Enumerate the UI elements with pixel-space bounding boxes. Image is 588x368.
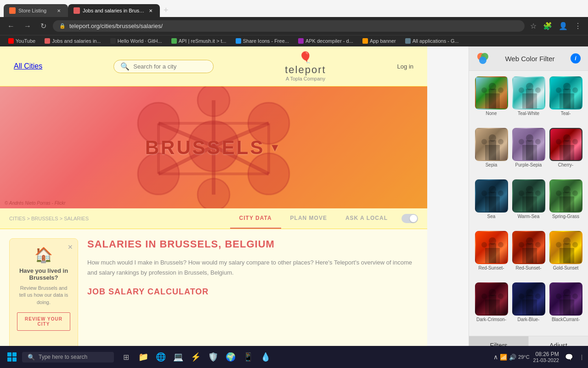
filter-item-red-sunset1[interactable]: Red-Sunset- (475, 231, 508, 279)
bookmark-appbanner[interactable]: App banner (359, 37, 400, 45)
filter-label-spring-grass: Spring-Grass (552, 214, 579, 219)
filter-item-warm-sea[interactable]: Warm-Sea (512, 179, 545, 227)
svg-point-68 (481, 242, 487, 247)
toggle-thumb (410, 215, 417, 222)
filter-item-purple-sepia[interactable]: Purple-Sepia (512, 128, 545, 176)
app-paint[interactable]: 💧 (257, 349, 274, 365)
app-whatsapp[interactable]: 📱 (240, 349, 256, 365)
bookmark-api[interactable]: API | reSmush.it > t... (168, 37, 230, 45)
back-button[interactable]: ← (5, 20, 17, 32)
volume-icon[interactable]: 🔊 (509, 354, 516, 361)
filter-item-spring-grass[interactable]: Spring-Grass (549, 179, 582, 227)
bookmark-github-label: Hello World · GitH... (118, 38, 162, 44)
tab-bar: Store Listing ✕ Jobs and salaries in Bru… (0, 0, 588, 17)
tab-jobs[interactable]: Jobs and salaries in Brussels, Bel... ✕ (68, 4, 160, 17)
svg-point-34 (572, 87, 578, 93)
menu-button[interactable]: ⋮ (572, 20, 583, 32)
svg-point-42 (526, 134, 533, 142)
svg-point-52 (489, 186, 496, 193)
profile-button[interactable]: 👤 (557, 20, 570, 32)
start-button[interactable] (4, 349, 20, 365)
filter-item-blackcurrant[interactable]: BlackCurrant- (549, 282, 582, 330)
svg-rect-56 (526, 192, 533, 213)
tab-store-close[interactable]: ✕ (55, 7, 62, 14)
svg-rect-91 (563, 295, 571, 316)
date-display: 21-03-2022 (533, 357, 559, 363)
tab-plan-move[interactable]: PLAN MOVE (281, 208, 336, 229)
filter-label-warm-sea: Warm-Sea (518, 214, 539, 219)
card-close-button[interactable]: ✕ (68, 243, 73, 251)
filter-thumb-purple-sepia (512, 128, 545, 161)
reload-button[interactable]: ↻ (38, 20, 49, 32)
new-tab-button[interactable]: + (160, 4, 172, 17)
bookmark-jobs-favicon (45, 38, 50, 44)
filter-label-dark-blue: Dark-Blue- (518, 317, 540, 322)
app-file-explorer[interactable]: 📁 (135, 349, 152, 365)
filter-item-dark-blue[interactable]: Dark-Blue- (512, 282, 545, 330)
bookmark-share-icons[interactable]: Share Icons - Free... (232, 37, 293, 45)
filter-item-sepia[interactable]: Sepia (475, 128, 508, 176)
all-cities-link[interactable]: All Cities (14, 62, 42, 70)
forward-button[interactable]: → (21, 20, 34, 32)
wifi-icon[interactable]: 📶 (500, 354, 507, 361)
filter-thumb-dark-blue (512, 282, 545, 316)
bookmark-apk[interactable]: APK decompiler - d... (294, 37, 357, 45)
filter-item-sea[interactable]: Sea (475, 179, 508, 227)
taskbar-search-bar[interactable]: 🔍 Type here to search (22, 352, 114, 362)
svg-point-53 (481, 190, 487, 196)
color-filter-panel: Web Color Filter i None Teal-White Teal- (469, 46, 588, 355)
house-icon: 🏠 (17, 246, 70, 264)
filter-item-red-sunset2[interactable]: Red-Sunset- (512, 231, 545, 279)
svg-point-44 (535, 139, 541, 144)
tab-store[interactable]: Store Listing ✕ (4, 4, 68, 17)
app-browser-chrome[interactable]: 🌐 (153, 349, 169, 365)
review-city-button[interactable]: REVIEW YOUR CITY (17, 312, 70, 331)
filter-item-none[interactable]: None (475, 76, 508, 124)
filter-item-teal[interactable]: Teal- (549, 76, 582, 124)
svg-rect-41 (526, 140, 533, 161)
tab-city-data[interactable]: CITY DATA (230, 208, 281, 229)
nav-bar: ← → ↻ 🔒 teleport.org/cities/brussels/sal… (0, 17, 588, 35)
bookmark-star-button[interactable]: ☆ (528, 20, 538, 32)
search-bar[interactable]: 🔍 (113, 60, 214, 73)
login-link[interactable]: Log in (397, 63, 413, 70)
filter-thumb-teal (549, 76, 582, 109)
filter-item-teal-white[interactable]: Teal-White (512, 76, 545, 124)
svg-point-82 (489, 289, 496, 296)
tab-ask-local[interactable]: ASK A LOCAL (336, 208, 397, 229)
app-shield[interactable]: 🛡️ (205, 349, 221, 365)
taskview-button[interactable]: ⊞ (118, 349, 134, 365)
bookmark-apps[interactable]: All applications - G... (401, 37, 463, 45)
panel-info-button[interactable]: i (571, 53, 581, 63)
temperature-indicator: 29°C (518, 354, 530, 360)
bookmark-github[interactable]: Hello World · GitH... (107, 37, 166, 45)
taskbar-clock[interactable]: 08:26 PM 21-03-2022 (533, 351, 559, 363)
logo-text: teleport (285, 64, 326, 76)
bookmark-apps-favicon (405, 38, 411, 44)
filter-thumb-blackcurrant (549, 282, 582, 316)
app-browser2[interactable]: 🌍 (222, 349, 239, 365)
notification-icon: 🗨️ (565, 353, 573, 361)
app-vscode[interactable]: 💻 (170, 349, 187, 365)
app-sublime[interactable]: ⚡ (187, 349, 204, 365)
bookmark-jobs[interactable]: Jobs and salaries in... (41, 37, 104, 45)
ask-local-toggle[interactable] (401, 214, 418, 223)
site-header: All Cities 🔍 🎈 teleport A Topla Company … (0, 46, 427, 86)
filter-item-cherry[interactable]: Cherry- (549, 128, 582, 176)
show-desktop-button[interactable]: | (579, 354, 584, 360)
notification-button[interactable]: 🗨️ (563, 351, 576, 363)
address-bar[interactable]: 🔒 teleport.org/cities/brussels/salaries/ (53, 20, 525, 32)
extensions-button[interactable]: 🧩 (541, 20, 554, 32)
tray-up-icon[interactable]: ∧ (493, 353, 498, 361)
bookmark-youtube[interactable]: YouTube (5, 37, 39, 45)
content-wrapper: All Cities 🔍 🎈 teleport A Topla Company … (0, 46, 588, 367)
filter-grid: None Teal-White Teal- Sepia Purple-Sepia (469, 71, 588, 336)
tab-jobs-close[interactable]: ✕ (147, 7, 154, 14)
svg-point-67 (489, 237, 496, 245)
filter-thumb-gold-sunset (549, 231, 582, 264)
search-input[interactable] (133, 63, 207, 70)
review-card: ✕ 🏠 Have you lived in Brussels? Review B… (9, 238, 78, 358)
filter-item-dark-crimson[interactable]: Dark-Crimson- (475, 282, 508, 330)
filter-item-gold-sunset[interactable]: Gold-Sunset (549, 231, 582, 279)
hero-city-label[interactable]: BRUSSELS ▼ (145, 137, 282, 159)
